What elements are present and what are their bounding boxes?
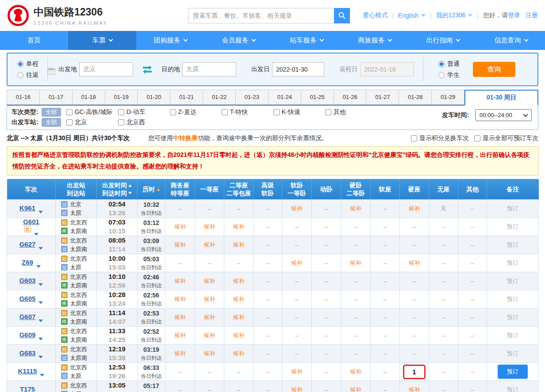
train-type-checkbox[interactable]: GC-高铁/城际 (66, 108, 118, 116)
waitlist-label[interactable]: 候补 (291, 386, 303, 392)
train-code-link[interactable]: K961 (19, 204, 35, 212)
column-header[interactable]: 硬座 (400, 179, 429, 200)
trip-round-trip-radio[interactable]: 往返 (17, 71, 38, 79)
date-tab[interactable]: 01-18 (73, 90, 105, 105)
column-header[interactable]: 一等座 (195, 179, 224, 200)
train-code-link[interactable]: G603 (19, 277, 36, 284)
waitlist-label[interactable]: 候补 (350, 368, 361, 375)
expand-caret-icon[interactable] (38, 283, 43, 286)
depart-date-input[interactable] (272, 62, 324, 76)
train-type-checkbox[interactable]: T-特快 (222, 108, 273, 116)
swap-stations-button[interactable] (142, 65, 153, 74)
waitlist-label[interactable]: 候补 (233, 350, 245, 357)
transfer-link[interactable]: 中转换乘 (173, 134, 198, 141)
from-station-input[interactable] (79, 62, 133, 76)
expand-caret-icon[interactable] (38, 356, 43, 358)
ticket-student-radio[interactable]: 学生 (438, 71, 460, 79)
train-code-link[interactable]: Z69 (22, 259, 33, 266)
date-tab-active[interactable]: 01-30 周日 (464, 90, 538, 106)
column-header[interactable]: 备注 (487, 179, 539, 200)
waitlist-label[interactable]: 候补 (233, 314, 245, 320)
waitlist-label[interactable]: 候补 (350, 205, 361, 212)
train-code-link[interactable]: G601 (23, 218, 39, 225)
column-header[interactable]: 软卧一等卧 (282, 179, 312, 200)
waitlist-label[interactable]: 候补 (174, 332, 186, 339)
expand-caret-icon[interactable] (38, 211, 43, 213)
train-type-all-badge[interactable]: 全部 (42, 108, 61, 117)
book-button[interactable]: 预订 (498, 365, 528, 379)
nav-item-inquiry[interactable]: 信息查询 (477, 31, 545, 50)
my12306-link[interactable]: 我的12306 (436, 11, 465, 19)
date-tab[interactable]: 01-29 (432, 90, 464, 105)
sort-up-icon[interactable] (128, 184, 132, 187)
query-button[interactable]: 查询 (473, 62, 515, 77)
nav-item-group[interactable]: 团购服务 (136, 31, 204, 50)
waitlist-label[interactable]: 候补 (350, 386, 361, 392)
column-header[interactable]: 软座 (371, 179, 400, 200)
date-tab[interactable]: 01-24 (269, 90, 301, 105)
waitlist-label[interactable]: 候补 (174, 223, 186, 230)
site-logo[interactable]: 中国铁路12306 12306 CHINA RAILWAY (7, 4, 107, 27)
sort-up-icon[interactable] (157, 188, 160, 191)
search-input[interactable] (188, 8, 334, 23)
nav-item-guide[interactable]: 出行指南 (409, 31, 477, 50)
column-header[interactable]: 商务座特等座 (165, 179, 195, 200)
waitlist-label[interactable]: 候补 (174, 314, 186, 320)
waitlist-label[interactable]: 候补 (291, 368, 303, 375)
date-tab[interactable]: 01-19 (105, 90, 138, 105)
waitlist-label[interactable]: 候补 (233, 223, 245, 230)
ticket-normal-radio[interactable]: 普通 (438, 60, 460, 68)
date-tab[interactable]: 01-25 (301, 90, 334, 105)
waitlist-label[interactable]: 候补 (204, 223, 215, 230)
column-header[interactable]: 出发时间到达时间 (97, 179, 138, 200)
waitlist-label[interactable]: 候补 (204, 314, 215, 320)
waitlist-label[interactable]: 候补 (233, 278, 245, 284)
train-code-link[interactable]: G605 (19, 295, 36, 302)
waitlist-label[interactable]: 候补 (174, 241, 186, 248)
date-tab[interactable]: 01-23 (236, 90, 269, 105)
column-header[interactable]: 历时 (138, 179, 165, 200)
language-link[interactable]: English (398, 12, 418, 19)
expand-caret-icon[interactable] (34, 233, 38, 236)
date-tab[interactable]: 01-22 (203, 90, 236, 105)
train-code-link[interactable]: G609 (19, 331, 36, 339)
expand-caret-icon[interactable] (38, 338, 43, 340)
depart-station-checkbox[interactable]: 北京 (66, 118, 118, 126)
column-header[interactable]: 高级软卧 (253, 179, 282, 200)
train-code-link[interactable]: G683 (19, 349, 36, 357)
waitlist-label[interactable]: 候补 (291, 259, 303, 266)
train-type-checkbox[interactable]: K-快速 (273, 108, 325, 116)
train-code-link[interactable]: G607 (19, 313, 36, 320)
waitlist-label[interactable]: 候补 (409, 259, 420, 266)
column-header[interactable]: 无座 (429, 179, 458, 200)
expand-caret-icon[interactable] (38, 247, 43, 250)
waitlist-label[interactable]: 候补 (174, 296, 186, 302)
waitlist-label[interactable]: 候补 (204, 241, 215, 248)
depart-time-select[interactable]: 00:00--24:00 (475, 109, 532, 121)
train-code-link[interactable]: K1115 (18, 367, 37, 375)
nav-item-tickets[interactable]: 车票 (68, 31, 136, 50)
nav-item-business[interactable]: 商旅服务 (341, 31, 409, 50)
care-mode-link[interactable]: 爱心模式 (363, 11, 388, 19)
train-code-link[interactable]: G627 (19, 240, 36, 248)
date-tab[interactable]: 01-28 (399, 90, 432, 105)
waitlist-label[interactable]: 候补 (350, 259, 361, 266)
waitlist-label[interactable]: 候补 (204, 296, 215, 302)
train-type-checkbox[interactable]: 其他 (325, 108, 377, 116)
column-header[interactable]: 出发站到达站 (56, 179, 97, 200)
search-button[interactable] (334, 8, 350, 23)
date-tab[interactable]: 01-17 (40, 90, 73, 105)
waitlist-label[interactable]: 候补 (233, 241, 245, 248)
nav-item-station[interactable]: 站车服务 (272, 31, 341, 50)
expand-caret-icon[interactable] (38, 301, 43, 304)
nav-item-home[interactable]: 首页 (0, 31, 68, 50)
expand-caret-icon[interactable] (40, 374, 44, 377)
waitlist-label[interactable]: 候补 (174, 278, 186, 284)
waitlist-label[interactable]: 候补 (291, 205, 303, 212)
train-code-link[interactable]: T175 (20, 385, 35, 392)
nav-item-member[interactable]: 会员服务 (204, 31, 272, 50)
train-type-checkbox[interactable]: D-动车 (118, 108, 170, 116)
date-tab[interactable]: 01-16 (7, 90, 40, 105)
waitlist-label[interactable]: 候补 (233, 296, 245, 302)
waitlist-label[interactable]: 候补 (409, 205, 420, 212)
